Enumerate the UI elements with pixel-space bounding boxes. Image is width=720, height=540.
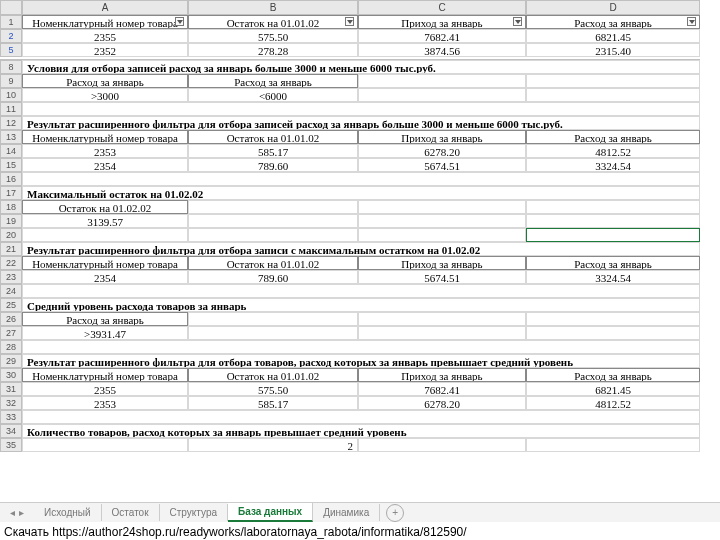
criteria-header[interactable]: Расход за январь (188, 74, 358, 88)
select-all-corner[interactable] (0, 0, 22, 15)
cell[interactable]: 3324.54 (526, 158, 700, 172)
cell[interactable]: 585.17 (188, 396, 358, 410)
cell[interactable]: 7682.41 (358, 29, 526, 43)
section-title[interactable]: Результат расширенного фильтра для отбор… (22, 354, 700, 368)
filter-icon[interactable] (175, 17, 184, 26)
section-title[interactable]: Условия для отбора записей расход за янв… (22, 60, 700, 74)
table-header[interactable]: Приход за январь (358, 130, 526, 144)
cell[interactable]: 2355 (22, 29, 188, 43)
row-header[interactable]: 32 (0, 396, 22, 410)
section-title[interactable]: Максимальный остаток на 01.02.02 (22, 186, 700, 200)
cell[interactable]: 789.60 (188, 270, 358, 284)
cell[interactable]: 6821.45 (526, 29, 700, 43)
cell[interactable] (526, 200, 700, 214)
cell[interactable]: 6821.45 (526, 382, 700, 396)
row-header[interactable]: 25 (0, 298, 22, 312)
cell[interactable]: 5674.51 (358, 158, 526, 172)
row-header[interactable]: 33 (0, 410, 22, 424)
table-header[interactable]: Приход за январь (358, 256, 526, 270)
table-header[interactable]: Приход за январь (358, 368, 526, 382)
cell[interactable] (22, 340, 700, 354)
table-header[interactable]: Номенклатурный номер товара (22, 130, 188, 144)
row-header[interactable]: 28 (0, 340, 22, 354)
row-header[interactable]: 27 (0, 326, 22, 340)
cell[interactable]: 4812.52 (526, 144, 700, 158)
criteria-value[interactable]: >3931.47 (22, 326, 188, 340)
col-header-c[interactable]: C (358, 0, 526, 15)
cell[interactable] (526, 312, 700, 326)
cell[interactable] (358, 228, 526, 242)
cell[interactable] (526, 438, 700, 452)
row-header[interactable]: 13 (0, 130, 22, 144)
cell[interactable]: 2355 (22, 382, 188, 396)
cell[interactable]: 6278.20 (358, 144, 526, 158)
cell[interactable]: 6278.20 (358, 396, 526, 410)
cell[interactable] (358, 438, 526, 452)
criteria-value[interactable]: <6000 (188, 88, 358, 102)
cell[interactable] (358, 74, 526, 88)
row-header[interactable]: 17 (0, 186, 22, 200)
cell[interactable] (526, 214, 700, 228)
cell[interactable]: 2315.40 (526, 43, 700, 57)
filter-icon[interactable] (687, 17, 696, 26)
chevron-left-icon[interactable]: ◂ (10, 507, 15, 518)
row-header[interactable]: 24 (0, 284, 22, 298)
row-header[interactable]: 34 (0, 424, 22, 438)
filter-icon[interactable] (513, 17, 522, 26)
table-header[interactable]: Расход за январь (526, 130, 700, 144)
section-title[interactable]: Результат расширенного фильтра для отбор… (22, 242, 700, 256)
row-header[interactable]: 21 (0, 242, 22, 256)
cell[interactable] (22, 438, 188, 452)
cell[interactable]: 7682.41 (358, 382, 526, 396)
col-header-d[interactable]: D (526, 0, 700, 15)
cell[interactable]: 585.17 (188, 144, 358, 158)
cell[interactable]: 2354 (22, 270, 188, 284)
row-header[interactable]: 20 (0, 228, 22, 242)
row-header[interactable]: 31 (0, 382, 22, 396)
cell[interactable]: 789.60 (188, 158, 358, 172)
active-cell[interactable] (526, 228, 700, 242)
row-header[interactable]: 1 (0, 15, 22, 29)
add-sheet-button[interactable]: + (386, 504, 404, 522)
cell[interactable]: 3874.56 (358, 43, 526, 57)
filter-icon[interactable] (345, 17, 354, 26)
cell[interactable]: 2 (188, 438, 358, 452)
criteria-header[interactable]: Остаток на 01.02.02 (22, 200, 188, 214)
row-header[interactable]: 5 (0, 43, 22, 57)
col-header-b[interactable]: B (188, 0, 358, 15)
row-header[interactable]: 26 (0, 312, 22, 326)
cell[interactable] (358, 326, 526, 340)
cell[interactable] (358, 88, 526, 102)
table-header[interactable]: Приход за январь (358, 15, 526, 29)
row-header[interactable]: 35 (0, 438, 22, 452)
cell[interactable]: 575.50 (188, 382, 358, 396)
tab-nav[interactable]: ◂▸ (0, 507, 34, 518)
section-title[interactable]: Количество товаров, расход которых за ян… (22, 424, 700, 438)
sheet-tab[interactable]: Исходный (34, 504, 102, 521)
cell[interactable]: 4812.52 (526, 396, 700, 410)
row-header[interactable]: 30 (0, 368, 22, 382)
row-header[interactable]: 12 (0, 116, 22, 130)
section-title[interactable]: Средний уровень расхода товаров за январ… (22, 298, 700, 312)
cell[interactable]: 3324.54 (526, 270, 700, 284)
criteria-value[interactable]: 3139.57 (22, 214, 188, 228)
cell[interactable] (358, 312, 526, 326)
sheet-tab[interactable]: Динамика (313, 504, 380, 521)
cell[interactable]: 5674.51 (358, 270, 526, 284)
cell[interactable]: 2352 (22, 43, 188, 57)
table-header[interactable]: Номенклатурный номер товара (22, 368, 188, 382)
row-header[interactable]: 15 (0, 158, 22, 172)
cell[interactable] (526, 74, 700, 88)
sheet-tab[interactable]: Остаток (102, 504, 160, 521)
row-header[interactable]: 11 (0, 102, 22, 116)
criteria-header[interactable]: Расход за январь (22, 312, 188, 326)
row-header[interactable]: 9 (0, 74, 22, 88)
cell[interactable] (188, 312, 358, 326)
cell[interactable]: 2353 (22, 144, 188, 158)
row-header[interactable]: 8 (0, 60, 22, 74)
table-header[interactable]: Остаток на 01.01.02 (188, 256, 358, 270)
footer-link[interactable]: Скачать https://author24shop.ru/readywor… (0, 524, 720, 540)
row-header[interactable]: 16 (0, 172, 22, 186)
cell[interactable] (22, 284, 700, 298)
cell[interactable] (22, 102, 700, 116)
